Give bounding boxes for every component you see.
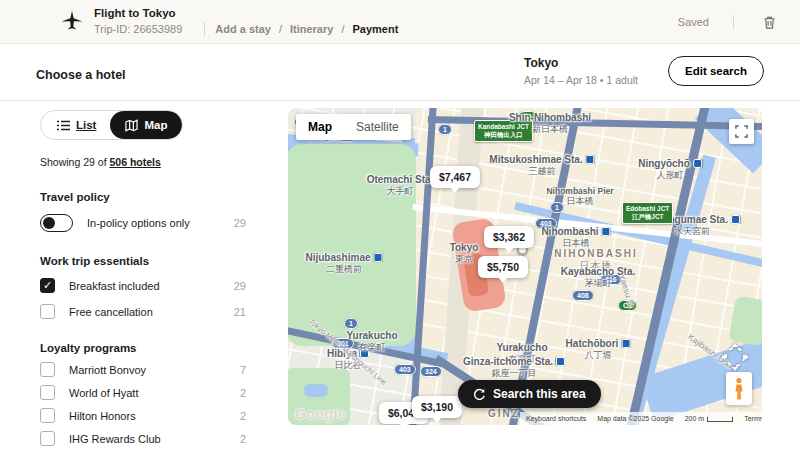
- metro-icon: [374, 253, 383, 262]
- map-attribution: Keyboard shortcuts Map data ©2025 Google…: [520, 412, 762, 425]
- map-view-label: Map: [144, 119, 167, 131]
- park-pond: [304, 384, 328, 397]
- filter-row-marriott: Marriott Bonvoy 7: [40, 362, 246, 377]
- ihg-checkbox[interactable]: [40, 431, 55, 446]
- breakfast-label: Breakfast included: [69, 280, 160, 292]
- work-trip-title: Work trip essentials: [40, 255, 246, 267]
- map-icon: [125, 119, 138, 132]
- map-type-satellite[interactable]: Satellite: [344, 114, 411, 140]
- metro-icon: [556, 357, 565, 366]
- filter-row-hyatt: World of Hyatt 2: [40, 385, 246, 400]
- breakfast-count: 29: [234, 280, 246, 292]
- search-summary-bar: Choose a hotel Tokyo Apr 14 – Apr 18 • 1…: [0, 44, 800, 101]
- map-label-nihombashi-station: Nihombashi日本橋: [541, 226, 610, 248]
- edit-search-button[interactable]: Edit search: [668, 56, 764, 86]
- route-shield: 408: [572, 290, 594, 301]
- top-header: Flight to Tokyo Trip-ID: 26653989 Add a …: [0, 0, 800, 44]
- metro-icon: [731, 215, 740, 224]
- search-summary: Tokyo Apr 14 – Apr 18 • 1 adult: [524, 56, 638, 86]
- hyatt-label: World of Hyatt: [69, 387, 139, 399]
- pegman-control[interactable]: [726, 372, 752, 405]
- breadcrumb-separator: /: [341, 23, 344, 35]
- scale-control: 200 m: [685, 415, 733, 422]
- cancellation-checkbox[interactable]: [40, 304, 55, 319]
- destination: Tokyo: [524, 56, 638, 70]
- map-label-yurakucho-west: Yurakucho有楽町: [346, 330, 397, 352]
- route-shield: 1: [344, 318, 358, 329]
- hyatt-count: 2: [240, 387, 246, 399]
- hotel-price-marker[interactable]: $3,362: [484, 226, 534, 248]
- ihg-label: IHG Rewards Club: [69, 433, 161, 445]
- map-type-control: Map Satellite: [296, 114, 411, 140]
- breadcrumb-payment[interactable]: Payment: [352, 23, 398, 35]
- map-label-ginza-itchome: Ginza-itchome Sta.銀座一丁目: [463, 356, 565, 378]
- cancellation-count: 21: [234, 306, 246, 318]
- in-policy-row: In-policy options only 29: [40, 214, 246, 232]
- list-icon: [57, 120, 70, 131]
- breadcrumb-itinerary[interactable]: Itinerary: [290, 23, 333, 35]
- marriott-label: Marriott Bonvoy: [69, 364, 146, 376]
- metro-icon: [621, 339, 630, 348]
- toggle-knob: [43, 217, 55, 229]
- in-policy-label: In-policy options only: [87, 217, 190, 229]
- delete-trip-button[interactable]: [756, 9, 782, 35]
- saved-status: Saved: [678, 16, 709, 28]
- view-toggle: List Map: [40, 110, 183, 140]
- total-hotels-link[interactable]: 506 hotels: [109, 156, 160, 168]
- hilton-label: Hilton Honors: [69, 410, 136, 422]
- search-this-area-button[interactable]: Search this area: [458, 380, 601, 408]
- fullscreen-icon: [735, 125, 748, 138]
- results-summary: Showing 29 of 506 hotels: [40, 156, 246, 168]
- route-shield: 403: [394, 364, 416, 375]
- trip-title: Flight to Tokyo: [94, 7, 398, 19]
- divider: [204, 22, 205, 36]
- hotel-price-marker[interactable]: $7,467: [430, 166, 480, 188]
- hyatt-checkbox[interactable]: [40, 385, 55, 400]
- list-view-label: List: [76, 119, 96, 131]
- filter-row-cancellation: Free cancellation 21: [40, 304, 246, 319]
- marriott-count: 7: [240, 364, 246, 376]
- hilton-count: 2: [240, 410, 246, 422]
- list-view-button[interactable]: List: [41, 111, 110, 139]
- map-label-ginza: GINZ: [488, 408, 520, 420]
- divider: [733, 15, 734, 29]
- breakfast-checkbox[interactable]: ✓: [40, 278, 55, 293]
- keyboard-shortcuts-link[interactable]: Keyboard shortcuts: [526, 415, 586, 422]
- map-label-shin-nihombashi: Shin-Nihombashi新日本橋: [509, 112, 591, 134]
- filter-row-hilton: Hilton Honors 2: [40, 408, 246, 423]
- pan-control[interactable]: [720, 342, 750, 372]
- filter-row-ihg: IHG Rewards Club 2: [40, 431, 246, 446]
- map-type-map[interactable]: Map: [296, 114, 344, 140]
- metro-icon: [586, 155, 595, 164]
- google-logo[interactable]: Google: [295, 406, 346, 422]
- route-shield: 1: [438, 124, 452, 135]
- map-view-button[interactable]: Map: [110, 111, 182, 139]
- scale-bar: [707, 417, 733, 422]
- hotel-price-marker[interactable]: $3,190: [412, 396, 462, 418]
- dates-occupancy: Apr 14 – Apr 18 • 1 adult: [524, 74, 638, 86]
- refresh-icon: [473, 388, 486, 401]
- marriott-checkbox[interactable]: [40, 362, 55, 377]
- pan-arrows-icon: [720, 342, 750, 372]
- metro-icon: [602, 227, 611, 236]
- terms-link[interactable]: Terms: [744, 415, 762, 422]
- filter-row-breakfast: ✓ Breakfast included 29: [40, 278, 246, 293]
- filters-sidebar: List Map Showing 29 of 506 hotels Travel…: [40, 110, 246, 449]
- fullscreen-button[interactable]: [729, 119, 754, 144]
- map-canvas[interactable]: Chiyoda City千代田区 Kandabashi JCT神田橋出入口 Sh…: [288, 108, 762, 425]
- results-count-text: Showing 29 of: [40, 156, 107, 168]
- hotel-price-marker[interactable]: $5,750: [478, 256, 528, 278]
- map-label-nijubashimae: Nijubashimae二重橋前: [305, 252, 382, 274]
- airplane-icon: [60, 10, 84, 34]
- ihg-count: 2: [240, 433, 246, 445]
- breadcrumb-add-a-stay[interactable]: Add a stay: [215, 23, 271, 35]
- cancellation-label: Free cancellation: [69, 306, 153, 318]
- loyalty-title: Loyalty programs: [40, 342, 246, 354]
- in-policy-toggle[interactable]: [40, 214, 73, 232]
- trip-info: Flight to Tokyo Trip-ID: 26653989 Add a …: [94, 7, 398, 36]
- pegman-icon: [733, 377, 745, 401]
- map-data-text: Map data ©2025 Google: [597, 415, 673, 422]
- search-this-area-label: Search this area: [493, 387, 586, 401]
- hilton-checkbox[interactable]: [40, 408, 55, 423]
- map-label-mitsukoshimae: Mitsukoshimae Sta.三越前: [489, 154, 594, 176]
